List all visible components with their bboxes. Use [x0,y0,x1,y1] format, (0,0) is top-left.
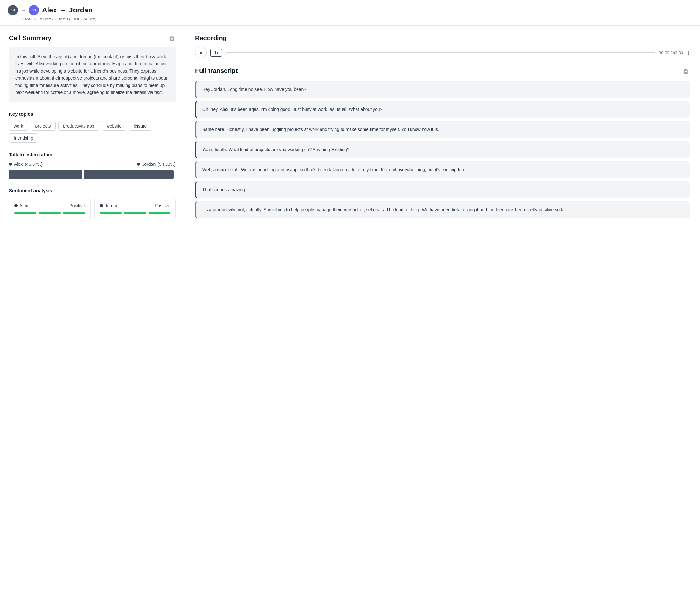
sentiment-label: Sentiment analysis [9,188,176,193]
alex-ratio-name: Alex [14,161,23,167]
summary-copy-icon[interactable]: ⧉ [169,35,176,42]
alex-sentiment-name: Alex [19,203,28,208]
recording-title: Recording [195,35,690,42]
talk-ratio-label: Talk to listen ration [9,152,176,157]
alex-sentiment-header: Alex Positive [14,203,85,208]
jordan-sentiment-card: Jordan Positive [94,198,176,219]
header-top: JS → JD Alex → Jordan [8,5,692,15]
transcript-section: Full transcript ⧉ Hey Jordan. Long time … [195,67,690,218]
avatar-alex: JS [8,5,18,15]
alex-name: Alex [42,6,57,14]
header-names: Alex → Jordan [42,6,92,14]
call-summary-body: In this call, Alex (the agent) and Jorda… [9,47,176,102]
alex-sentiment-value: Positive [69,203,85,208]
jordan-sentiment-value: Positive [155,203,170,208]
arrow-text: → [59,6,66,14]
alex-sentiment-card: Alex Positive [9,198,90,219]
transcript-entry: That sounds amazing. [195,181,690,198]
transcript-entries: Hey Jordan. Long time no see. How have y… [195,81,690,218]
jordan-name: Jordan [69,6,92,14]
ratio-labels: Alex (45.07%) Jordan (54.93%) [9,161,176,167]
time-display: 00:00 / 02:33 [659,50,683,55]
alex-sentiment-person: Alex [14,203,28,208]
alex-ratio-label: Alex (45.07%) [9,161,43,167]
ratio-bar [9,170,176,179]
topics-list: workprojectsproductivity appwebsiteleisu… [9,121,176,143]
main-layout: Call Summary ⧉ In this call, Alex (the a… [0,25,700,591]
jordan-bar-2 [124,212,146,214]
sentiment-cards: Alex Positive Jordan [9,198,176,219]
jordan-ratio-name: Jordan [142,161,155,167]
jordan-ratio-pct: (54.93%) [157,161,176,167]
left-panel: Call Summary ⧉ In this call, Alex (the a… [0,25,185,591]
jordan-sentiment-name: Jordan [105,203,119,208]
jordan-sentiment-dot [100,204,103,207]
speed-button[interactable]: 1x [210,49,222,57]
topic-tag: work [9,121,28,131]
alex-sentiment-dot [14,204,17,207]
call-datetime: 2024-10-15 06:57 - 06:59 (2 min, 34 sec) [21,16,692,21]
play-button[interactable]: ▶ [195,47,207,58]
talk-ratio-section: Talk to listen ration Alex (45.07%) Jord… [9,152,176,179]
transcript-entry: Yeah, totally. What kind of projects are… [195,141,690,158]
topic-tag: website [102,121,126,131]
alex-bar-1 [14,212,36,214]
recording-section: Recording ▶ 1x 00:00 / 02:33 ↓ [195,35,690,58]
jordan-bar-3 [148,212,171,214]
transcript-entry: Well, a mix of stuff. We are launching a… [195,161,690,178]
jordan-ratio-label: Jordan (54.93%) [137,161,176,167]
jordan-sentiment-header: Jordan Positive [100,203,171,208]
avatar-jordan: JD [29,5,39,15]
alex-sentiment-bars [14,212,85,214]
progress-bar[interactable] [226,52,655,53]
alex-bar [9,170,82,179]
alex-dot [9,162,12,166]
call-summary-title: Call Summary [9,35,51,42]
jordan-sentiment-bars [100,212,171,214]
transcript-copy-icon[interactable]: ⧉ [684,68,690,74]
sentiment-section: Sentiment analysis Alex Positive [9,188,176,219]
topic-tag: friendship [9,133,38,143]
transcript-entry: Oh, hey, Alex. It's been ages. I'm doing… [195,101,690,118]
topic-tag: productivity app [58,121,99,131]
topic-tag: leisure [129,121,151,131]
transcript-title: Full transcript ⧉ [195,67,690,75]
alex-bar-2 [39,212,61,214]
alex-bar-3 [63,212,85,214]
download-icon[interactable]: ↓ [687,49,690,56]
key-topics-label: Key topics [9,111,176,117]
header: JS → JD Alex → Jordan 2024-10-15 06:57 -… [0,0,700,25]
transcript-entry: Hey Jordan. Long time no see. How have y… [195,81,690,98]
topic-tag: projects [30,121,56,131]
transcript-entry: It's a productivity tool, actually. Some… [195,201,690,218]
arrow-icon: → [21,8,25,13]
recording-controls: ▶ 1x 00:00 / 02:33 ↓ [195,47,690,58]
transcript-entry: Same here. Honestly, I have been jugglin… [195,121,690,138]
right-panel: Recording ▶ 1x 00:00 / 02:33 ↓ Full tran… [185,25,700,591]
jordan-bar [83,170,174,179]
jordan-bar-1 [100,212,122,214]
transcript-title-text: Full transcript [195,67,238,75]
call-summary-header: Call Summary ⧉ [9,35,176,42]
jordan-sentiment-person: Jordan [100,203,119,208]
jordan-dot [137,162,140,166]
alex-ratio-pct: (45.07%) [24,161,43,167]
